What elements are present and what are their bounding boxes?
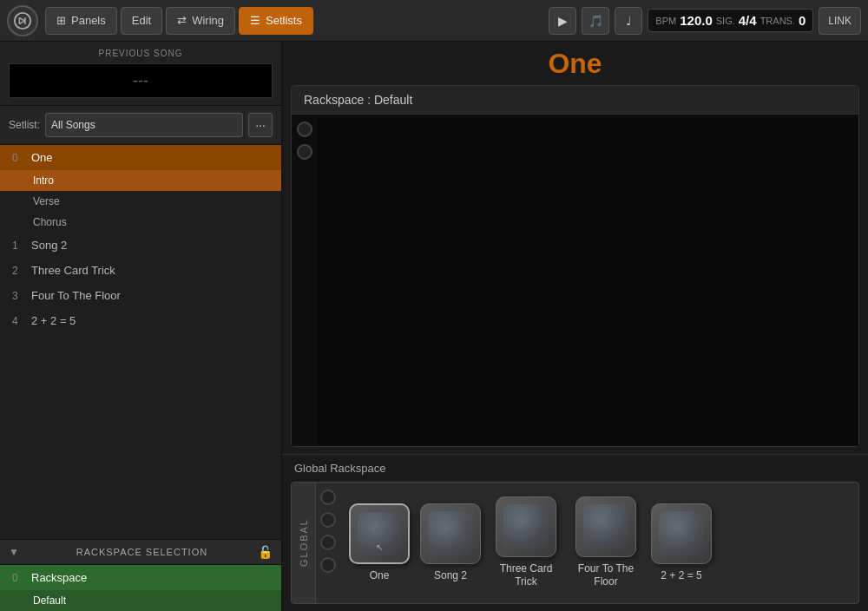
rackspace-section: ▼ RACKSPACE SELECTION 🔓 0RackspaceDefaul…	[0, 539, 281, 611]
edit-button[interactable]: Edit	[121, 7, 162, 35]
song-part-item[interactable]: Verse	[0, 191, 281, 212]
sidebar: PREVIOUS SONG --- Setlist: All Songs ···…	[0, 42, 282, 611]
song-number: 1	[12, 240, 24, 252]
rackspace-header: ▼ RACKSPACE SELECTION 🔓	[0, 540, 281, 565]
rackspace-header-label: RACKSPACE SELECTION	[26, 547, 258, 557]
song-name: Three Card Trick	[31, 264, 115, 277]
rackspace-canvas	[292, 115, 858, 446]
song-tile-label: Four To The Floor	[571, 562, 641, 589]
setlists-icon: ☰	[250, 14, 260, 27]
rack-number: 0	[12, 572, 24, 584]
lock-icon: 🔓	[258, 545, 273, 559]
transport-area: ▶ 🎵 ♩ BPM 120.0 SIG. 4/4 TRANS. 0 LINK	[549, 7, 861, 35]
global-indicator-2	[320, 512, 336, 528]
song-item[interactable]: 2Three Card Trick	[0, 258, 281, 283]
global-indicator-4	[320, 557, 336, 573]
global-side-indicators	[316, 483, 340, 603]
rackspace-item[interactable]: 0Rackspace	[0, 565, 281, 590]
prev-song-label: PREVIOUS SONG	[9, 49, 273, 58]
global-indicator-1	[320, 489, 336, 505]
setlists-button[interactable]: ☰ Setlists	[239, 7, 313, 35]
metronome-button[interactable]: ♩	[615, 7, 642, 35]
main-content: PREVIOUS SONG --- Setlist: All Songs ···…	[0, 42, 868, 611]
song-tile-icon	[651, 503, 712, 564]
global-label: GLOBAL	[299, 518, 309, 567]
song-title-bar: One	[282, 42, 868, 85]
canvas-area	[318, 115, 858, 446]
tap-tempo-button[interactable]: 🎵	[582, 7, 609, 35]
panels-button[interactable]: ⊞ Panels	[45, 7, 117, 35]
wiring-label: Wiring	[192, 14, 224, 27]
trans-value: 0	[799, 13, 806, 28]
rackspace-panel: Rackspace : Default	[291, 85, 859, 447]
song-tile[interactable]: ↖One	[349, 503, 410, 583]
setlist-more-button[interactable]: ···	[248, 113, 273, 137]
setlist-select[interactable]: All Songs	[45, 113, 243, 137]
rackspace-list: 0RackspaceDefault	[0, 565, 281, 611]
wiring-icon: ⇄	[177, 14, 187, 27]
prev-song-display: ---	[9, 63, 273, 98]
rackspace-panel-header: Rackspace : Default	[292, 86, 858, 115]
song-list: 0OneIntroVerseChorus1Song 22Three Card T…	[0, 145, 281, 539]
variant-item[interactable]: Default	[0, 590, 281, 611]
song-number: 4	[12, 315, 24, 327]
global-indicator-3	[320, 535, 336, 550]
song-number: 3	[12, 290, 24, 302]
bpm-value: 120.0	[680, 13, 713, 28]
edit-label: Edit	[132, 14, 151, 27]
top-bar: ⊞ Panels Edit ⇄ Wiring ☰ Setlists ▶ 🎵 ♩ …	[0, 0, 868, 42]
song-tile[interactable]: Three Card Trick	[491, 496, 561, 589]
link-button[interactable]: LINK	[819, 7, 861, 35]
setlist-header: Setlist: All Songs ···	[0, 106, 281, 145]
app-logo	[7, 5, 38, 36]
panels-icon: ⊞	[56, 14, 66, 27]
global-header: Global Rackspace	[282, 455, 868, 482]
sig-label: SIG.	[716, 16, 735, 26]
setlists-label: Setlists	[266, 14, 302, 27]
svg-point-0	[15, 12, 30, 28]
song-title: One	[548, 48, 602, 80]
song-tile-icon	[496, 496, 556, 557]
song-tile[interactable]: Song 2	[420, 503, 481, 583]
song-item[interactable]: 42 + 2 = 5	[0, 308, 281, 333]
song-tiles-area: ↖OneSong 2Three Card TrickFour To The Fl…	[340, 483, 858, 603]
song-item[interactable]: 1Song 2	[0, 233, 281, 258]
global-panel: GLOBAL ↖OneSong 2Three Card TrickFour To…	[291, 482, 859, 604]
rack-name: Rackspace	[31, 571, 87, 584]
setlist-label: Setlist:	[9, 119, 40, 131]
song-part-item[interactable]: Chorus	[0, 212, 281, 233]
bpm-display: BPM 120.0 SIG. 4/4 TRANS. 0	[648, 9, 813, 32]
bpm-label: BPM	[655, 16, 676, 26]
song-tile-label: Song 2	[434, 569, 467, 583]
rackspace-arrow-icon: ▼	[9, 546, 19, 558]
song-item[interactable]: 0One	[0, 145, 281, 170]
song-tile-icon: ↖	[349, 503, 410, 564]
song-tile[interactable]: 2 + 2 = 5	[651, 503, 712, 583]
cursor-indicator: ↖	[376, 542, 383, 552]
song-number: 0	[12, 152, 24, 164]
indicator-2	[297, 144, 312, 160]
panels-label: Panels	[71, 14, 106, 27]
song-name: Four To The Floor	[31, 289, 121, 302]
song-tile-label: One	[370, 569, 390, 583]
global-section: Global Rackspace GLOBAL ↖OneSong 2Three …	[282, 454, 868, 611]
song-name: 2 + 2 = 5	[31, 314, 76, 327]
song-item[interactable]: 3Four To The Floor	[0, 283, 281, 308]
prev-song-section: PREVIOUS SONG ---	[0, 42, 281, 106]
indicator-1	[297, 122, 312, 137]
song-tile-label: 2 + 2 = 5	[661, 569, 701, 583]
wiring-button[interactable]: ⇄ Wiring	[166, 7, 235, 35]
song-number: 2	[12, 265, 24, 277]
play-button[interactable]: ▶	[549, 7, 576, 35]
song-tile-label: Three Card Trick	[491, 562, 561, 589]
song-part-item[interactable]: Intro	[0, 170, 281, 191]
rackspace-side-indicators	[292, 115, 318, 446]
song-tile[interactable]: Four To The Floor	[571, 496, 641, 589]
trans-label: TRANS.	[760, 16, 795, 26]
rackspace-panel-title: Rackspace : Default	[304, 93, 412, 107]
song-name: One	[31, 151, 53, 164]
song-tile-icon	[420, 503, 481, 564]
global-label-vert: GLOBAL	[292, 483, 316, 603]
right-panel: One Rackspace : Default Global Rackspace…	[282, 42, 868, 611]
song-tile-icon	[575, 496, 636, 557]
